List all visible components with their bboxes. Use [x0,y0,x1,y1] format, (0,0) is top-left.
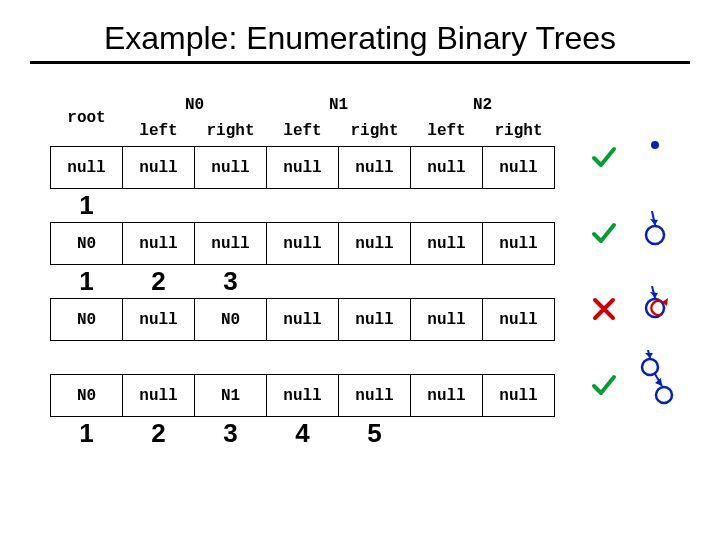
cell: null [339,223,411,265]
step-number [267,265,339,299]
step-row: 12345 [51,417,555,451]
step-number [411,265,483,299]
tree-icon [630,286,690,332]
col-n0-left: left [123,120,195,147]
col-root: root [51,94,123,147]
cell: null [267,223,339,265]
step-number: 5 [339,417,411,451]
col-n1-right: right [339,120,411,147]
cell: null [195,147,267,189]
cell: null [195,223,267,265]
cell: null [123,147,195,189]
divider [30,61,690,64]
col-n2-right: right [483,120,555,147]
cell: null [267,147,339,189]
cell: null [339,375,411,417]
col-n0-right: right [195,120,267,147]
check-icon [590,372,618,398]
step-number [267,189,339,223]
step-number [339,265,411,299]
cell: null [483,223,555,265]
step-number [483,417,555,451]
cell: N0 [51,375,123,417]
step-number [195,189,267,223]
svg-point-13 [656,387,672,403]
tree-icon [630,211,690,255]
cell: N1 [195,375,267,417]
step-number [123,189,195,223]
col-group-n1: N1 [267,94,411,120]
step-number [411,417,483,451]
step-number: 1 [51,265,123,299]
check-icon [590,144,618,170]
cell: null [123,299,195,341]
table-row: N0nullnullnullnullnullnull [51,223,555,265]
cell: null [483,147,555,189]
cell: null [411,147,483,189]
table-row: N0nullN0nullnullnullnull [51,299,555,341]
step-number: 2 [123,265,195,299]
col-group-n0: N0 [123,94,267,120]
step-number [339,189,411,223]
cell: null [123,375,195,417]
cell: N0 [195,299,267,341]
step-number: 3 [195,265,267,299]
col-group-n2: N2 [411,94,555,120]
step-row: 123 [51,265,555,299]
table-row: nullnullnullnullnullnullnull [51,147,555,189]
col-n2-left: left [411,120,483,147]
tree-icon [630,135,690,179]
step-number [339,341,411,375]
step-number: 2 [123,417,195,451]
svg-point-0 [651,141,659,149]
step-number: 1 [51,417,123,451]
cell: null [411,223,483,265]
svg-point-3 [646,226,664,244]
check-icon [590,220,618,246]
step-number [483,341,555,375]
step-number: 1 [51,189,123,223]
step-number [123,341,195,375]
step-number: 3 [195,417,267,451]
step-number [483,265,555,299]
cell: N0 [51,223,123,265]
page-title: Example: Enumerating Binary Trees [30,20,690,57]
col-n1-left: left [267,120,339,147]
step-row: 1 [51,189,555,223]
step-number [267,341,339,375]
step-number [411,341,483,375]
cell: null [411,375,483,417]
step-number [195,341,267,375]
tree-icon [630,350,690,420]
svg-point-10 [642,359,658,375]
step-number [51,341,123,375]
cell: null [123,223,195,265]
enumeration-table: root N0 N1 N2 left right left right left… [50,94,555,451]
cell: null [411,299,483,341]
cell: null [267,299,339,341]
cell: N0 [51,299,123,341]
cell: null [483,375,555,417]
cell: null [267,375,339,417]
cell: null [339,147,411,189]
step-number [411,189,483,223]
cross-icon [590,296,618,322]
cell: null [339,299,411,341]
step-number [483,189,555,223]
cell: null [51,147,123,189]
table-row: N0nullN1nullnullnullnull [51,375,555,417]
cell: null [483,299,555,341]
step-row [51,341,555,375]
step-number: 4 [267,417,339,451]
